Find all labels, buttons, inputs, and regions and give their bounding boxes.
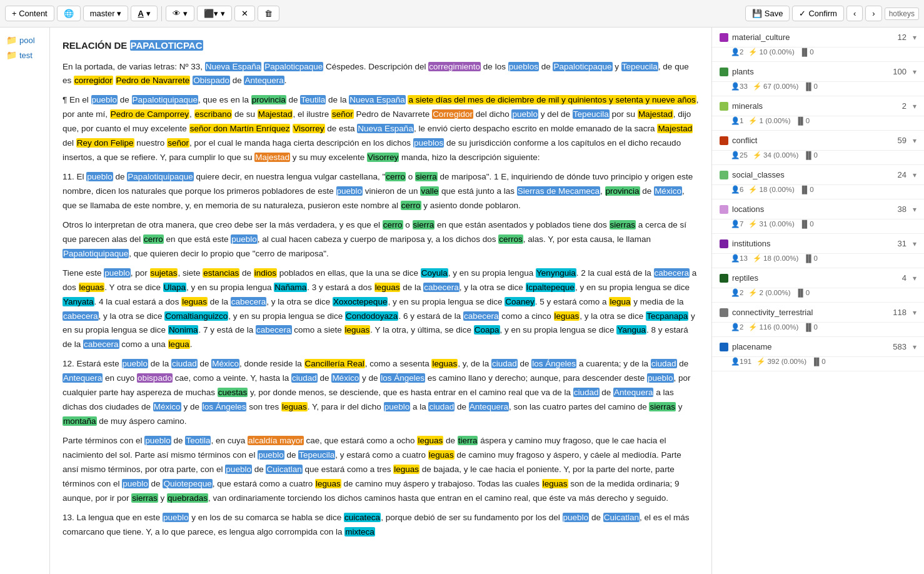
category-name: placename bbox=[732, 342, 889, 351]
bar-stat: ▐▌0 bbox=[795, 117, 810, 124]
category-name: social_classes bbox=[732, 170, 894, 179]
delete-button[interactable]: 🗑 bbox=[258, 6, 279, 21]
category-color bbox=[720, 239, 728, 248]
annotation-stat: ⚡ 67 (0.00%) bbox=[753, 82, 798, 91]
eye-button[interactable]: 👁 ▾ bbox=[166, 6, 194, 21]
category-count: 12 bbox=[898, 33, 906, 42]
user-stat: 👤13 bbox=[731, 254, 748, 263]
expand-icon[interactable]: ▾ bbox=[913, 102, 916, 111]
prev-button[interactable]: ‹ bbox=[846, 6, 863, 21]
main-layout: 📁 pool 📁 test RELACIÓN DE PAPALOTICPAC E… bbox=[0, 28, 924, 574]
category-count: 31 bbox=[898, 239, 906, 248]
align-button[interactable]: ⬛▾ ▾ bbox=[197, 6, 232, 21]
category-count: 118 bbox=[893, 308, 906, 317]
hotkeys-label: hotkeys bbox=[885, 8, 919, 20]
expand-icon[interactable]: ▾ bbox=[913, 205, 916, 214]
branch-button[interactable]: master ▾ bbox=[83, 6, 129, 21]
confirm-icon: ✓ bbox=[799, 9, 806, 18]
category-color bbox=[720, 308, 728, 317]
category-count: 38 bbox=[898, 204, 906, 214]
expand-icon[interactable]: ▾ bbox=[913, 308, 916, 317]
close-icon: ✕ bbox=[241, 9, 248, 18]
confirm-button[interactable]: ✓ Confirm bbox=[792, 6, 844, 21]
category-stats: 👤2 ⚡ 116 (0.00%) ▐▌0 bbox=[712, 323, 924, 337]
user-stat: 👤6 bbox=[731, 185, 743, 194]
user-stat: 👤2 bbox=[731, 323, 743, 331]
chevron-down-icon: ▾ bbox=[183, 9, 188, 18]
category-name: connectivity_terrestrial bbox=[732, 308, 889, 317]
align-icon: ⬛▾ bbox=[204, 9, 218, 18]
annotation-stat: ⚡ 392 (0.00%) bbox=[756, 357, 806, 366]
category-stats: 👤2 ⚡ 10 (0.00%) ▐▌0 bbox=[712, 48, 924, 62]
category-locations: locations 38 ▾ 👤7 ⚡ 31 (0.00%) ▐▌0 bbox=[712, 199, 924, 234]
next-button[interactable]: › bbox=[865, 6, 881, 21]
bar-stat: ▐▌0 bbox=[800, 220, 814, 228]
separator bbox=[161, 6, 162, 21]
category-name: institutions bbox=[732, 239, 894, 248]
toolbar: + Content 🌐 master ▾ A ▾ 👁 ▾ ⬛▾ ▾ ✕ 🗑 💾 … bbox=[0, 0, 924, 28]
category-minerals: minerals 2 ▾ 👤1 ⚡ 1 (0.00%) ▐▌0 bbox=[712, 96, 924, 131]
expand-icon[interactable]: ▾ bbox=[913, 33, 916, 42]
category-stats: 👤2 ⚡ 2 (0.00%) ▐▌0 bbox=[712, 288, 924, 303]
category-stats: 👤33 ⚡ 67 (0.00%) ▐▌0 bbox=[712, 82, 924, 96]
category-color bbox=[720, 171, 728, 179]
user-stat: 👤2 bbox=[731, 48, 743, 56]
category-connectivity-terrestrial: connectivity_terrestrial 118 ▾ 👤2 ⚡ 116 … bbox=[712, 303, 924, 337]
user-stat: 👤2 bbox=[731, 288, 743, 297]
paragraph-1: En la portada, de varias letras: Nº 33, … bbox=[63, 60, 699, 89]
prev-icon: ‹ bbox=[853, 9, 856, 18]
font-button[interactable]: A ▾ bbox=[131, 6, 157, 21]
category-stats: 👤191 ⚡ 392 (0.00%) ▐▌0 bbox=[712, 357, 924, 371]
category-name: locations bbox=[732, 204, 894, 214]
user-stat: 👤25 bbox=[731, 151, 748, 159]
sidebar-item-label: pool bbox=[19, 36, 35, 45]
expand-icon[interactable]: ▾ bbox=[913, 239, 916, 248]
annotation-stat: ⚡ 18 (0.00%) bbox=[753, 254, 798, 263]
globe-button[interactable]: 🌐 bbox=[57, 6, 81, 21]
category-count: 2 bbox=[902, 101, 906, 111]
category-count: 100 bbox=[893, 67, 906, 76]
paragraph-8: 13. La lengua que en este pueblo y en lo… bbox=[63, 511, 699, 540]
bar-stat: ▐▌0 bbox=[795, 289, 810, 296]
category-name: conflict bbox=[732, 136, 894, 145]
save-button[interactable]: 💾 Save bbox=[745, 6, 790, 21]
chevron-down-icon: ▾ bbox=[221, 9, 225, 18]
sidebar-item-test[interactable]: 📁 test bbox=[5, 48, 44, 63]
category-color bbox=[720, 68, 728, 76]
close-button[interactable]: ✕ bbox=[234, 6, 255, 21]
bar-stat: ▐▌0 bbox=[800, 48, 814, 56]
category-stats: 👤13 ⚡ 18 (0.00%) ▐▌0 bbox=[712, 254, 924, 268]
category-count: 4 bbox=[902, 273, 906, 283]
folder-icon: 📁 bbox=[6, 35, 17, 45]
category-color bbox=[720, 343, 728, 351]
expand-icon[interactable]: ▾ bbox=[913, 68, 916, 76]
sidebar-item-pool[interactable]: 📁 pool bbox=[5, 33, 44, 48]
paragraph-6: 12. Estará este pueblo de la ciudad de M… bbox=[63, 357, 699, 429]
bar-stat: ▐▌0 bbox=[803, 83, 818, 90]
bar-stat: ▐▌0 bbox=[803, 323, 818, 331]
right-panel: material_culture 12 ▾ 👤2 ⚡ 10 (0.00%) ▐▌… bbox=[711, 28, 924, 574]
category-material-culture: material_culture 12 ▾ 👤2 ⚡ 10 (0.00%) ▐▌… bbox=[712, 28, 924, 62]
content-button[interactable]: + Content bbox=[5, 6, 54, 21]
expand-icon[interactable]: ▾ bbox=[913, 274, 916, 283]
content-area[interactable]: RELACIÓN DE PAPALOTICPAC En la portada, … bbox=[50, 28, 711, 574]
folder-icon: 📁 bbox=[6, 50, 17, 60]
category-color bbox=[720, 205, 728, 214]
category-name: minerals bbox=[732, 101, 898, 111]
category-reptiles: reptiles 4 ▾ 👤2 ⚡ 2 (0.00%) ▐▌0 bbox=[712, 268, 924, 303]
category-stats: 👤6 ⚡ 18 (0.00%) ▐▌0 bbox=[712, 185, 924, 199]
chevron-down-icon: ▾ bbox=[117, 9, 121, 18]
paragraph-7: Parte términos con el pueblo de Teotila,… bbox=[63, 434, 699, 506]
expand-icon[interactable]: ▾ bbox=[913, 136, 916, 145]
category-stats: 👤1 ⚡ 1 (0.00%) ▐▌0 bbox=[712, 116, 924, 131]
expand-icon[interactable]: ▾ bbox=[913, 171, 916, 179]
branch-label: master bbox=[90, 9, 115, 18]
expand-icon[interactable]: ▾ bbox=[913, 343, 916, 351]
category-conflict: conflict 59 ▾ 👤25 ⚡ 34 (0.00%) ▐▌0 bbox=[712, 131, 924, 165]
annotation-stat: ⚡ 116 (0.00%) bbox=[748, 323, 798, 331]
bar-stat: ▐▌0 bbox=[800, 186, 814, 193]
category-name: plants bbox=[732, 67, 889, 76]
category-stats: 👤25 ⚡ 34 (0.00%) ▐▌0 bbox=[712, 151, 924, 165]
category-social-classes: social_classes 24 ▾ 👤6 ⚡ 18 (0.00%) ▐▌0 bbox=[712, 165, 924, 199]
next-icon: › bbox=[872, 9, 875, 18]
